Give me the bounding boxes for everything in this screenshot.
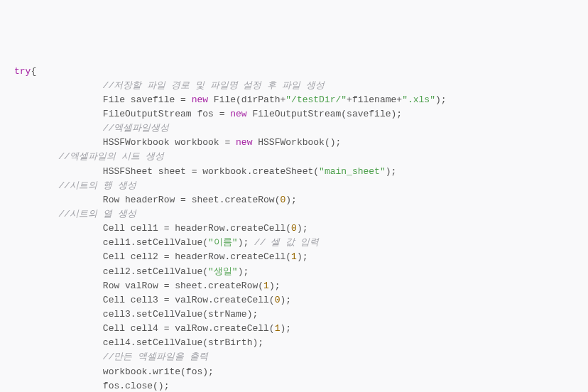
code-token-plain: ); xyxy=(435,94,447,105)
code-token-str: ".xls" xyxy=(402,94,435,105)
code-token-plain: Row valRow = sheet.createRow( xyxy=(103,281,263,291)
code-token-plain: ); xyxy=(238,266,249,277)
code-token-plain: File savefile = xyxy=(103,94,192,105)
code-token-plain: ); xyxy=(280,323,291,334)
code-line: cell2.setCellValue("생일"); xyxy=(14,265,574,279)
code-token-str: "main_sheet" xyxy=(319,166,386,177)
code-token-com: // 셀 값 입력 xyxy=(254,237,319,248)
code-token-kw: new xyxy=(230,109,246,119)
code-token-plain: HSSFWorkbook(); xyxy=(252,137,341,148)
code-token-plain: cell1.setCellValue( xyxy=(103,237,208,248)
code-token-com: //만든 액셀파일을 출력 xyxy=(103,352,208,362)
code-token-plain: Cell cell3 = valRow.createCell( xyxy=(103,295,275,305)
code-token-com: //저장할 파일 경로 및 파일명 설정 후 파일 생성 xyxy=(103,80,325,91)
code-token-num: 1 xyxy=(291,251,297,262)
code-token-str: "이름" xyxy=(208,237,238,248)
code-token-kw: try xyxy=(14,66,31,77)
code-token-num: 0 xyxy=(291,223,297,234)
code-line: workbook.write(fos); xyxy=(14,365,574,379)
code-line: Cell cell1 = headerRow.createCell(0); xyxy=(14,222,574,236)
code-token-plain: FileOutputStream fos = xyxy=(103,109,230,119)
code-line: Row valRow = sheet.createRow(1); xyxy=(14,279,574,293)
code-token-plain: Cell cell1 = headerRow.createCell( xyxy=(103,223,291,234)
code-token-plain: Cell cell2 = headerRow.createCell( xyxy=(103,251,291,262)
code-token-plain: cell2.setCellValue( xyxy=(103,266,208,277)
code-token-plain: FileOutputStream(savefile); xyxy=(247,109,402,119)
code-token-plain: ); xyxy=(386,166,397,177)
code-line: //저장할 파일 경로 및 파일명 설정 후 파일 생성 xyxy=(14,79,574,93)
code-line: //시트의 행 생성 xyxy=(14,179,574,193)
code-token-plain: ); xyxy=(285,195,297,205)
code-line: HSSFSheet sheet = workbook.createSheet("… xyxy=(14,165,574,179)
code-line: cell1.setCellValue("이름"); // 셀 값 입력 xyxy=(14,236,574,250)
code-line: try{ xyxy=(14,65,574,79)
code-token-num: 1 xyxy=(263,281,269,291)
code-token-plain: cell3.setCellValue(strName); xyxy=(103,309,258,320)
code-token-com: //시트의 열 생성 xyxy=(58,209,136,219)
code-line: FileOutputStream fos = new FileOutputStr… xyxy=(14,107,574,121)
code-token-plain: ); xyxy=(280,295,291,305)
code-token-plain: HSSFWorkbook workbook = xyxy=(103,137,236,148)
code-token-plain: cell4.setCellValue(strBirth); xyxy=(103,337,263,348)
code-line: //만든 액셀파일을 출력 xyxy=(14,350,574,364)
code-token-plain: Row headerRow = sheet.createRow( xyxy=(103,195,281,205)
code-token-plain: fos.close(); xyxy=(103,381,170,391)
code-line: Cell cell3 = valRow.createCell(0); xyxy=(14,293,574,307)
code-token-str: "/testDir/" xyxy=(285,94,347,105)
code-token-kw: new xyxy=(236,137,252,148)
code-line: Cell cell2 = headerRow.createCell(1); xyxy=(14,250,574,264)
code-token-plain: ); xyxy=(297,223,308,234)
code-token-plain: ); xyxy=(269,281,281,291)
code-token-plain: File(dirPath+ xyxy=(208,94,285,105)
code-line: Row headerRow = sheet.createRow(0); xyxy=(14,193,574,207)
code-line: fos.close(); xyxy=(14,379,574,392)
code-token-plain: ); xyxy=(238,237,254,248)
code-token-plain: ); xyxy=(297,251,308,262)
code-token-kw: new xyxy=(192,94,208,105)
code-line: cell4.setCellValue(strBirth); xyxy=(14,336,574,350)
code-token-plain: workbook.write(fos); xyxy=(103,366,214,377)
code-line: //엑셀파일의 시트 생성 xyxy=(14,150,574,164)
code-token-com: //엑셀파일의 시트 생성 xyxy=(58,151,163,162)
code-token-plain: +filename+ xyxy=(347,94,402,105)
code-token-str: "생일" xyxy=(208,266,238,277)
code-line: File savefile = new File(dirPath+"/testD… xyxy=(14,93,574,107)
code-token-plain: Cell cell4 = valRow.createCell( xyxy=(103,323,275,334)
code-token-com: //시트의 행 생성 xyxy=(58,180,136,191)
code-line: cell3.setCellValue(strName); xyxy=(14,307,574,322)
code-line: HSSFWorkbook workbook = new HSSFWorkbook… xyxy=(14,136,574,150)
code-token-plain: HSSFSheet sheet = workbook.createSheet( xyxy=(103,166,319,177)
code-line: //시트의 열 생성 xyxy=(14,207,574,222)
code-block: try{ //저장할 파일 경로 및 파일명 설정 후 파일 생성 File s… xyxy=(14,65,574,392)
code-line: Cell cell4 = valRow.createCell(1); xyxy=(14,322,574,336)
code-line: //엑셀파일생성 xyxy=(14,121,574,136)
code-token-plain: { xyxy=(31,66,36,77)
code-token-com: //엑셀파일생성 xyxy=(103,123,170,134)
